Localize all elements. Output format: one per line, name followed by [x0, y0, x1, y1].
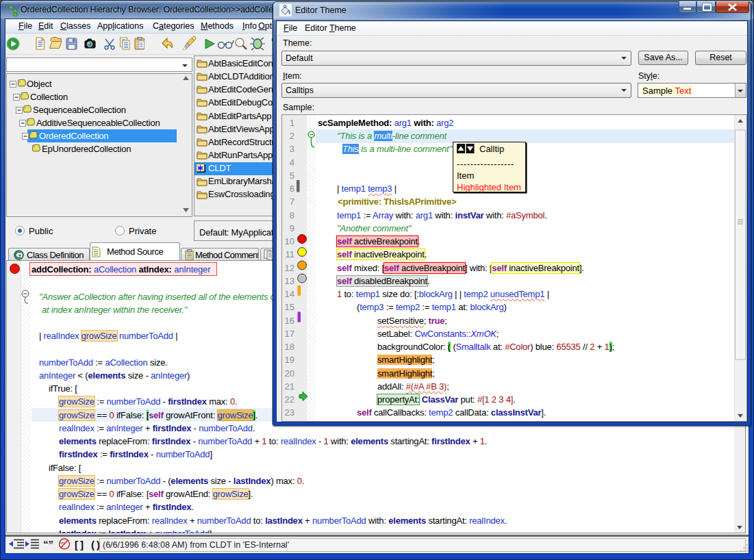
svg-text:[ ]: [ ]	[75, 539, 84, 550]
svg-text:“”: “”	[43, 538, 53, 550]
svg-text:“”: “”	[60, 540, 64, 548]
